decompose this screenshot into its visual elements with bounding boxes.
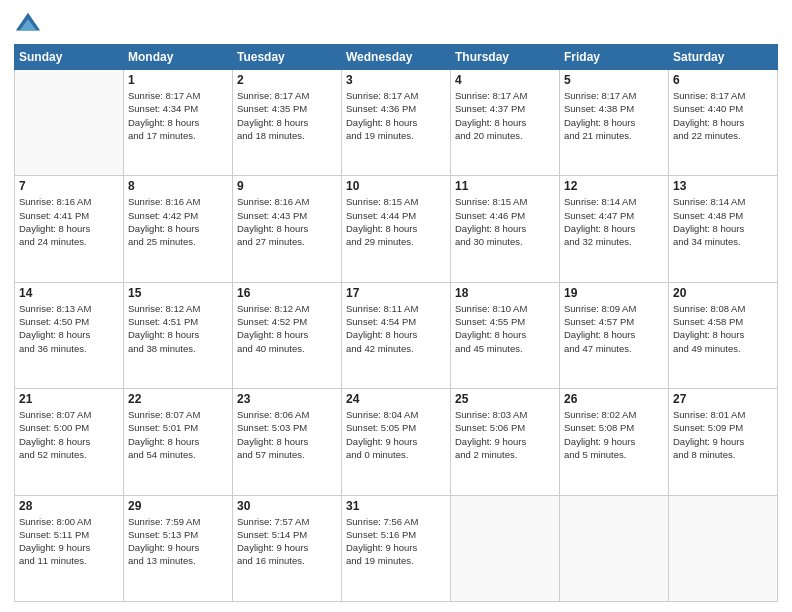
day-info: Sunrise: 8:07 AMSunset: 5:01 PMDaylight:… [128, 408, 228, 461]
calendar-cell: 29Sunrise: 7:59 AMSunset: 5:13 PMDayligh… [124, 495, 233, 601]
calendar-cell: 27Sunrise: 8:01 AMSunset: 5:09 PMDayligh… [669, 389, 778, 495]
day-header: Monday [124, 45, 233, 70]
day-info: Sunrise: 8:17 AMSunset: 4:38 PMDaylight:… [564, 89, 664, 142]
calendar-cell: 23Sunrise: 8:06 AMSunset: 5:03 PMDayligh… [233, 389, 342, 495]
day-info: Sunrise: 8:08 AMSunset: 4:58 PMDaylight:… [673, 302, 773, 355]
day-number: 9 [237, 179, 337, 193]
day-info: Sunrise: 8:10 AMSunset: 4:55 PMDaylight:… [455, 302, 555, 355]
calendar-cell: 19Sunrise: 8:09 AMSunset: 4:57 PMDayligh… [560, 282, 669, 388]
calendar-cell: 14Sunrise: 8:13 AMSunset: 4:50 PMDayligh… [15, 282, 124, 388]
day-number: 16 [237, 286, 337, 300]
day-number: 13 [673, 179, 773, 193]
calendar-cell [560, 495, 669, 601]
calendar-cell: 9Sunrise: 8:16 AMSunset: 4:43 PMDaylight… [233, 176, 342, 282]
calendar-cell: 18Sunrise: 8:10 AMSunset: 4:55 PMDayligh… [451, 282, 560, 388]
calendar-cell: 12Sunrise: 8:14 AMSunset: 4:47 PMDayligh… [560, 176, 669, 282]
day-info: Sunrise: 8:16 AMSunset: 4:42 PMDaylight:… [128, 195, 228, 248]
day-info: Sunrise: 8:17 AMSunset: 4:40 PMDaylight:… [673, 89, 773, 142]
day-number: 4 [455, 73, 555, 87]
calendar-cell: 7Sunrise: 8:16 AMSunset: 4:41 PMDaylight… [15, 176, 124, 282]
day-info: Sunrise: 8:16 AMSunset: 4:43 PMDaylight:… [237, 195, 337, 248]
calendar-cell: 1Sunrise: 8:17 AMSunset: 4:34 PMDaylight… [124, 70, 233, 176]
calendar-cell: 5Sunrise: 8:17 AMSunset: 4:38 PMDaylight… [560, 70, 669, 176]
day-number: 26 [564, 392, 664, 406]
day-number: 19 [564, 286, 664, 300]
day-number: 12 [564, 179, 664, 193]
day-info: Sunrise: 8:04 AMSunset: 5:05 PMDaylight:… [346, 408, 446, 461]
day-header: Sunday [15, 45, 124, 70]
calendar-cell: 24Sunrise: 8:04 AMSunset: 5:05 PMDayligh… [342, 389, 451, 495]
day-info: Sunrise: 8:16 AMSunset: 4:41 PMDaylight:… [19, 195, 119, 248]
day-number: 18 [455, 286, 555, 300]
day-info: Sunrise: 8:06 AMSunset: 5:03 PMDaylight:… [237, 408, 337, 461]
calendar-cell: 25Sunrise: 8:03 AMSunset: 5:06 PMDayligh… [451, 389, 560, 495]
day-info: Sunrise: 7:56 AMSunset: 5:16 PMDaylight:… [346, 515, 446, 568]
logo-icon [14, 10, 42, 38]
calendar-cell: 20Sunrise: 8:08 AMSunset: 4:58 PMDayligh… [669, 282, 778, 388]
day-number: 3 [346, 73, 446, 87]
day-header: Friday [560, 45, 669, 70]
day-number: 31 [346, 499, 446, 513]
calendar-cell: 22Sunrise: 8:07 AMSunset: 5:01 PMDayligh… [124, 389, 233, 495]
day-info: Sunrise: 8:01 AMSunset: 5:09 PMDaylight:… [673, 408, 773, 461]
day-number: 7 [19, 179, 119, 193]
day-number: 27 [673, 392, 773, 406]
calendar-cell: 31Sunrise: 7:56 AMSunset: 5:16 PMDayligh… [342, 495, 451, 601]
day-number: 10 [346, 179, 446, 193]
calendar-cell: 28Sunrise: 8:00 AMSunset: 5:11 PMDayligh… [15, 495, 124, 601]
day-info: Sunrise: 8:00 AMSunset: 5:11 PMDaylight:… [19, 515, 119, 568]
day-info: Sunrise: 8:15 AMSunset: 4:44 PMDaylight:… [346, 195, 446, 248]
calendar-cell: 4Sunrise: 8:17 AMSunset: 4:37 PMDaylight… [451, 70, 560, 176]
day-number: 14 [19, 286, 119, 300]
calendar-cell: 2Sunrise: 8:17 AMSunset: 4:35 PMDaylight… [233, 70, 342, 176]
day-header: Tuesday [233, 45, 342, 70]
day-number: 21 [19, 392, 119, 406]
day-number: 29 [128, 499, 228, 513]
day-info: Sunrise: 7:59 AMSunset: 5:13 PMDaylight:… [128, 515, 228, 568]
day-info: Sunrise: 8:15 AMSunset: 4:46 PMDaylight:… [455, 195, 555, 248]
day-number: 25 [455, 392, 555, 406]
day-header: Thursday [451, 45, 560, 70]
calendar-cell: 13Sunrise: 8:14 AMSunset: 4:48 PMDayligh… [669, 176, 778, 282]
day-info: Sunrise: 8:17 AMSunset: 4:37 PMDaylight:… [455, 89, 555, 142]
day-number: 2 [237, 73, 337, 87]
calendar-cell [669, 495, 778, 601]
day-info: Sunrise: 8:14 AMSunset: 4:47 PMDaylight:… [564, 195, 664, 248]
day-number: 8 [128, 179, 228, 193]
day-header: Wednesday [342, 45, 451, 70]
day-info: Sunrise: 8:17 AMSunset: 4:36 PMDaylight:… [346, 89, 446, 142]
calendar-cell: 17Sunrise: 8:11 AMSunset: 4:54 PMDayligh… [342, 282, 451, 388]
header [14, 10, 778, 38]
calendar-cell [15, 70, 124, 176]
day-number: 22 [128, 392, 228, 406]
calendar-cell: 11Sunrise: 8:15 AMSunset: 4:46 PMDayligh… [451, 176, 560, 282]
day-info: Sunrise: 8:17 AMSunset: 4:35 PMDaylight:… [237, 89, 337, 142]
calendar-cell: 30Sunrise: 7:57 AMSunset: 5:14 PMDayligh… [233, 495, 342, 601]
calendar-cell: 10Sunrise: 8:15 AMSunset: 4:44 PMDayligh… [342, 176, 451, 282]
day-info: Sunrise: 7:57 AMSunset: 5:14 PMDaylight:… [237, 515, 337, 568]
calendar-cell [451, 495, 560, 601]
calendar-cell: 16Sunrise: 8:12 AMSunset: 4:52 PMDayligh… [233, 282, 342, 388]
day-number: 6 [673, 73, 773, 87]
calendar-cell: 6Sunrise: 8:17 AMSunset: 4:40 PMDaylight… [669, 70, 778, 176]
day-number: 23 [237, 392, 337, 406]
day-info: Sunrise: 8:07 AMSunset: 5:00 PMDaylight:… [19, 408, 119, 461]
calendar-cell: 26Sunrise: 8:02 AMSunset: 5:08 PMDayligh… [560, 389, 669, 495]
calendar-cell: 8Sunrise: 8:16 AMSunset: 4:42 PMDaylight… [124, 176, 233, 282]
day-number: 15 [128, 286, 228, 300]
day-number: 20 [673, 286, 773, 300]
day-info: Sunrise: 8:11 AMSunset: 4:54 PMDaylight:… [346, 302, 446, 355]
day-number: 11 [455, 179, 555, 193]
day-info: Sunrise: 8:13 AMSunset: 4:50 PMDaylight:… [19, 302, 119, 355]
day-number: 30 [237, 499, 337, 513]
logo [14, 10, 46, 38]
day-number: 17 [346, 286, 446, 300]
day-info: Sunrise: 8:12 AMSunset: 4:52 PMDaylight:… [237, 302, 337, 355]
calendar-table: SundayMondayTuesdayWednesdayThursdayFrid… [14, 44, 778, 602]
day-info: Sunrise: 8:02 AMSunset: 5:08 PMDaylight:… [564, 408, 664, 461]
calendar-cell: 3Sunrise: 8:17 AMSunset: 4:36 PMDaylight… [342, 70, 451, 176]
day-header: Saturday [669, 45, 778, 70]
day-number: 1 [128, 73, 228, 87]
day-number: 5 [564, 73, 664, 87]
day-info: Sunrise: 8:17 AMSunset: 4:34 PMDaylight:… [128, 89, 228, 142]
